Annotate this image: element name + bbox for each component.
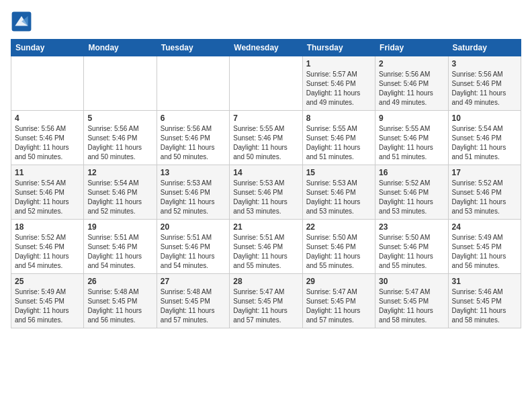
day-number: 3 <box>452 59 517 68</box>
day-info: Sunrise: 5:49 AM Sunset: 5:45 PM Dayligh… <box>15 287 80 325</box>
day-info: Sunrise: 5:51 AM Sunset: 5:46 PM Dayligh… <box>233 233 298 271</box>
calendar-week-4: 18Sunrise: 5:52 AM Sunset: 5:46 PM Dayli… <box>11 220 521 274</box>
calendar-cell: 3Sunrise: 5:56 AM Sunset: 5:46 PM Daylig… <box>448 56 521 111</box>
calendar-cell: 8Sunrise: 5:55 AM Sunset: 5:46 PM Daylig… <box>302 111 375 165</box>
day-number: 31 <box>452 277 517 286</box>
calendar-cell: 19Sunrise: 5:51 AM Sunset: 5:46 PM Dayli… <box>84 220 157 274</box>
calendar-week-1: 1Sunrise: 5:57 AM Sunset: 5:46 PM Daylig… <box>11 56 521 111</box>
day-info: Sunrise: 5:56 AM Sunset: 5:46 PM Dayligh… <box>15 124 80 162</box>
weekday-header-friday: Friday <box>375 40 448 56</box>
day-info: Sunrise: 5:54 AM Sunset: 5:46 PM Dayligh… <box>452 124 517 162</box>
calendar-cell: 6Sunrise: 5:56 AM Sunset: 5:46 PM Daylig… <box>157 111 229 165</box>
calendar-cell: 1Sunrise: 5:57 AM Sunset: 5:46 PM Daylig… <box>302 56 375 111</box>
day-number: 1 <box>306 59 371 68</box>
day-info: Sunrise: 5:48 AM Sunset: 5:45 PM Dayligh… <box>161 287 226 325</box>
day-info: Sunrise: 5:53 AM Sunset: 5:46 PM Dayligh… <box>306 179 371 216</box>
day-number: 12 <box>87 168 152 177</box>
calendar-cell: 11Sunrise: 5:54 AM Sunset: 5:46 PM Dayli… <box>11 165 84 220</box>
day-number: 17 <box>452 168 517 177</box>
calendar-cell: 17Sunrise: 5:52 AM Sunset: 5:46 PM Dayli… <box>448 165 521 220</box>
day-info: Sunrise: 5:50 AM Sunset: 5:46 PM Dayligh… <box>379 233 444 271</box>
calendar-cell: 28Sunrise: 5:47 AM Sunset: 5:45 PM Dayli… <box>230 274 302 328</box>
day-info: Sunrise: 5:52 AM Sunset: 5:46 PM Dayligh… <box>452 179 517 216</box>
calendar-cell: 18Sunrise: 5:52 AM Sunset: 5:46 PM Dayli… <box>11 220 84 274</box>
day-number: 18 <box>15 222 80 232</box>
calendar-cell: 22Sunrise: 5:50 AM Sunset: 5:46 PM Dayli… <box>302 220 375 274</box>
calendar-cell: 20Sunrise: 5:51 AM Sunset: 5:46 PM Dayli… <box>157 220 229 274</box>
calendar-body: 1Sunrise: 5:57 AM Sunset: 5:46 PM Daylig… <box>11 56 521 328</box>
day-info: Sunrise: 5:53 AM Sunset: 5:46 PM Dayligh… <box>161 179 226 216</box>
weekday-header-thursday: Thursday <box>302 40 375 56</box>
day-info: Sunrise: 5:52 AM Sunset: 5:46 PM Dayligh… <box>15 233 80 271</box>
calendar-cell: 23Sunrise: 5:50 AM Sunset: 5:46 PM Dayli… <box>375 220 448 274</box>
day-info: Sunrise: 5:47 AM Sunset: 5:45 PM Dayligh… <box>233 287 298 325</box>
calendar-week-5: 25Sunrise: 5:49 AM Sunset: 5:45 PM Dayli… <box>11 274 521 328</box>
day-number: 2 <box>379 59 444 68</box>
day-number: 4 <box>15 113 80 123</box>
day-number: 20 <box>161 222 226 232</box>
day-number: 6 <box>161 113 226 123</box>
calendar-cell: 24Sunrise: 5:49 AM Sunset: 5:45 PM Dayli… <box>448 220 521 274</box>
calendar-cell: 15Sunrise: 5:53 AM Sunset: 5:46 PM Dayli… <box>302 165 375 220</box>
day-number: 22 <box>306 222 371 232</box>
calendar-header: SundayMondayTuesdayWednesdayThursdayFrid… <box>11 40 521 56</box>
weekday-header-sunday: Sunday <box>11 40 84 56</box>
calendar-week-2: 4Sunrise: 5:56 AM Sunset: 5:46 PM Daylig… <box>11 111 521 165</box>
calendar-cell: 21Sunrise: 5:51 AM Sunset: 5:46 PM Dayli… <box>230 220 302 274</box>
calendar-cell: 5Sunrise: 5:56 AM Sunset: 5:46 PM Daylig… <box>84 111 157 165</box>
calendar-cell: 4Sunrise: 5:56 AM Sunset: 5:46 PM Daylig… <box>11 111 84 165</box>
weekday-header-monday: Monday <box>84 40 157 56</box>
day-number: 5 <box>87 113 152 123</box>
calendar-cell: 7Sunrise: 5:55 AM Sunset: 5:46 PM Daylig… <box>230 111 302 165</box>
calendar-cell: 2Sunrise: 5:56 AM Sunset: 5:46 PM Daylig… <box>375 56 448 111</box>
day-info: Sunrise: 5:50 AM Sunset: 5:46 PM Dayligh… <box>306 233 371 271</box>
day-info: Sunrise: 5:49 AM Sunset: 5:45 PM Dayligh… <box>452 233 517 271</box>
calendar-cell: 10Sunrise: 5:54 AM Sunset: 5:46 PM Dayli… <box>448 111 521 165</box>
day-info: Sunrise: 5:55 AM Sunset: 5:46 PM Dayligh… <box>233 124 298 162</box>
day-info: Sunrise: 5:55 AM Sunset: 5:46 PM Dayligh… <box>379 124 444 162</box>
day-number: 24 <box>452 222 517 232</box>
weekday-row: SundayMondayTuesdayWednesdayThursdayFrid… <box>11 40 521 56</box>
day-info: Sunrise: 5:53 AM Sunset: 5:46 PM Dayligh… <box>233 179 298 216</box>
calendar-cell: 29Sunrise: 5:47 AM Sunset: 5:45 PM Dayli… <box>302 274 375 328</box>
day-info: Sunrise: 5:55 AM Sunset: 5:46 PM Dayligh… <box>306 124 371 162</box>
day-info: Sunrise: 5:51 AM Sunset: 5:46 PM Dayligh… <box>161 233 226 271</box>
calendar-table: SundayMondayTuesdayWednesdayThursdayFrid… <box>11 39 521 328</box>
weekday-header-saturday: Saturday <box>448 40 521 56</box>
calendar-cell <box>157 56 229 111</box>
calendar-cell: 31Sunrise: 5:46 AM Sunset: 5:45 PM Dayli… <box>448 274 521 328</box>
day-info: Sunrise: 5:57 AM Sunset: 5:46 PM Dayligh… <box>306 70 371 107</box>
calendar-cell: 27Sunrise: 5:48 AM Sunset: 5:45 PM Dayli… <box>157 274 229 328</box>
calendar-cell: 30Sunrise: 5:47 AM Sunset: 5:45 PM Dayli… <box>375 274 448 328</box>
day-number: 9 <box>379 113 444 123</box>
day-info: Sunrise: 5:47 AM Sunset: 5:45 PM Dayligh… <box>379 287 444 325</box>
calendar-cell <box>11 56 84 111</box>
day-number: 29 <box>306 277 371 286</box>
day-info: Sunrise: 5:56 AM Sunset: 5:46 PM Dayligh… <box>379 70 444 107</box>
day-number: 25 <box>15 277 80 286</box>
day-number: 8 <box>306 113 371 123</box>
day-info: Sunrise: 5:48 AM Sunset: 5:45 PM Dayligh… <box>87 287 152 325</box>
day-info: Sunrise: 5:56 AM Sunset: 5:46 PM Dayligh… <box>452 70 517 107</box>
day-number: 26 <box>87 277 152 286</box>
day-number: 11 <box>15 168 80 177</box>
calendar-week-3: 11Sunrise: 5:54 AM Sunset: 5:46 PM Dayli… <box>11 165 521 220</box>
calendar-cell: 13Sunrise: 5:53 AM Sunset: 5:46 PM Dayli… <box>157 165 229 220</box>
calendar-cell <box>84 56 157 111</box>
calendar-cell: 12Sunrise: 5:54 AM Sunset: 5:46 PM Dayli… <box>84 165 157 220</box>
calendar-cell: 9Sunrise: 5:55 AM Sunset: 5:46 PM Daylig… <box>375 111 448 165</box>
day-info: Sunrise: 5:46 AM Sunset: 5:45 PM Dayligh… <box>452 287 517 325</box>
day-number: 16 <box>379 168 444 177</box>
day-info: Sunrise: 5:54 AM Sunset: 5:46 PM Dayligh… <box>87 179 152 216</box>
day-info: Sunrise: 5:56 AM Sunset: 5:46 PM Dayligh… <box>87 124 152 162</box>
calendar-cell: 16Sunrise: 5:52 AM Sunset: 5:46 PM Dayli… <box>375 165 448 220</box>
day-number: 10 <box>452 113 517 123</box>
day-info: Sunrise: 5:51 AM Sunset: 5:46 PM Dayligh… <box>87 233 152 271</box>
day-number: 13 <box>161 168 226 177</box>
weekday-header-wednesday: Wednesday <box>230 40 302 56</box>
day-number: 27 <box>161 277 226 286</box>
day-number: 19 <box>87 222 152 232</box>
day-number: 7 <box>233 113 298 123</box>
day-number: 14 <box>233 168 298 177</box>
calendar-cell: 25Sunrise: 5:49 AM Sunset: 5:45 PM Dayli… <box>11 274 84 328</box>
